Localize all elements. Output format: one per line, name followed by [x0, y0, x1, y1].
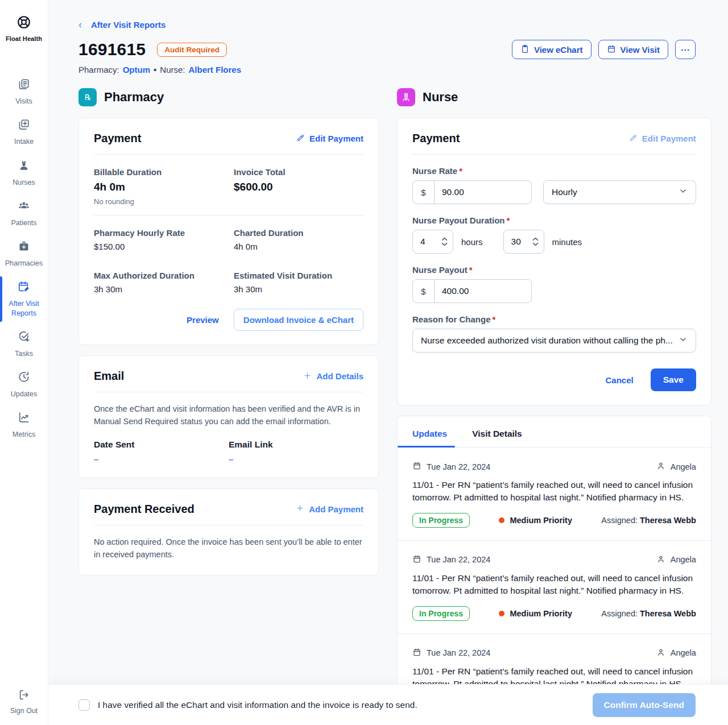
email-card: Email Add Details Once the eChart and vi…	[78, 355, 379, 478]
billable-duration-label: Billable Duration	[94, 167, 224, 177]
minutes-input[interactable]	[511, 237, 526, 247]
view-visit-button[interactable]: View Visit	[598, 40, 669, 59]
charted-duration-label: Charted Duration	[234, 228, 363, 238]
tab-visit-details[interactable]: Visit Details	[472, 429, 522, 447]
nurse-rate-input[interactable]	[435, 181, 531, 204]
date-sent-label: Date Sent	[94, 440, 229, 450]
minutes-stepper	[503, 230, 544, 254]
stepper-arrows-icon[interactable]	[532, 237, 539, 246]
person-icon	[656, 648, 665, 658]
edit-payment-label: Edit Payment	[309, 134, 363, 143]
sidebar-item-label: Intake	[14, 137, 34, 146]
verify-checkbox[interactable]	[78, 699, 90, 711]
page-title: 1691615	[78, 40, 146, 59]
pharmacy-hourly-rate-field: Pharmacy Hourly Rate $150.00	[94, 228, 224, 251]
sidebar: Float Health Visits Intake Nurses Patien…	[0, 0, 48, 725]
sidebar-item-visits[interactable]: Visits	[0, 72, 48, 112]
estimated-visit-duration-value: 3h 30m	[234, 284, 363, 294]
visits-icon	[18, 78, 30, 93]
confirm-auto-send-button[interactable]: Confirm Auto-Send	[593, 693, 696, 717]
plus-icon	[296, 504, 304, 514]
nurse-activity-card: Updates Visit Details Tue Jan 22, 2024 A…	[397, 416, 712, 725]
view-visit-label: View Visit	[621, 45, 660, 55]
clipboard-icon	[520, 44, 530, 55]
nurse-meta-label: Nurse:	[160, 65, 185, 74]
minutes-unit-label: minutes	[552, 237, 582, 247]
sign-out-button[interactable]: Sign Out	[10, 689, 38, 715]
pharmacy-payment-card: Payment Edit Payment Billable Duration 4…	[78, 118, 379, 345]
calendar-small-icon	[412, 554, 421, 565]
activity-tab-bar: Updates Visit Details	[398, 416, 711, 448]
stepper-arrows-icon[interactable]	[441, 237, 448, 246]
reason-for-change-field: Reason for Change* Nurse exceeded author…	[412, 314, 696, 353]
email-link-label: Email Link	[229, 440, 363, 450]
nurse-link[interactable]: Albert Flores	[188, 65, 241, 74]
preview-button[interactable]: Preview	[187, 315, 219, 325]
sidebar-item-patients[interactable]: Patients	[0, 193, 48, 234]
sidebar-item-metrics[interactable]: Metrics	[0, 405, 48, 445]
estimated-visit-duration-label: Estimated Visit Duration	[234, 271, 363, 280]
edit-pharmacy-payment-button[interactable]: Edit Payment	[296, 134, 363, 144]
tab-updates[interactable]: Updates	[412, 429, 447, 447]
estimated-visit-duration-field: Estimated Visit Duration 3h 30m	[234, 271, 363, 294]
charted-duration-field: Charted Duration 4h 0m	[234, 228, 363, 251]
nurse-payout-input[interactable]	[435, 280, 531, 303]
breadcrumb[interactable]: ‹ After Visit Reports	[78, 19, 696, 30]
reason-for-change-value: Nurse exceeded authorized visit duration…	[421, 335, 673, 346]
edit-payment-label: Edit Payment	[642, 134, 696, 143]
pharmacy-link[interactable]: Optum	[123, 65, 150, 74]
date-sent-value: –	[94, 454, 229, 464]
sidebar-item-pharmacies[interactable]: Pharmacies	[0, 234, 48, 274]
hours-input[interactable]	[420, 237, 435, 247]
medical-bag-icon	[18, 240, 30, 255]
download-invoice-echart-button[interactable]: Download Invoice & eChart	[234, 309, 363, 331]
add-payment-label: Add Payment	[309, 504, 363, 514]
update-date: Tue Jan 22, 2024	[427, 462, 490, 471]
sidebar-item-updates[interactable]: Updates	[0, 364, 48, 405]
required-asterisk: *	[459, 166, 462, 176]
save-button[interactable]: Save	[651, 368, 696, 391]
history-clock-icon	[18, 371, 30, 386]
date-sent-field: Date Sent –	[94, 440, 229, 464]
view-echart-label: View eChart	[534, 45, 583, 55]
billable-duration-note: No rounding	[94, 197, 224, 206]
nurse-payment-title: Payment	[412, 132, 460, 145]
add-payment-button[interactable]: Add Payment	[296, 504, 363, 514]
back-chevron-icon[interactable]: ‹	[78, 19, 82, 30]
more-actions-button[interactable]: ⋯	[675, 40, 696, 59]
edit-nurse-payment-button[interactable]: Edit Payment	[629, 134, 696, 144]
billable-duration-value: 4h 0m	[94, 181, 224, 193]
nurse-avatar-icon	[397, 88, 415, 106]
update-item: Tue Jan 22, 2024 Angela 11/01 - Per RN “…	[398, 448, 711, 540]
update-author: Angela	[671, 462, 696, 471]
cancel-button[interactable]: Cancel	[605, 375, 633, 385]
patients-group-icon	[18, 200, 30, 214]
intake-icon	[18, 118, 30, 133]
hours-stepper	[412, 230, 453, 254]
meta-separator: •	[154, 65, 156, 74]
sidebar-item-label: Updates	[11, 390, 38, 399]
rate-unit-select[interactable]: Hourly	[543, 180, 696, 204]
sidebar-item-label: Visits	[15, 97, 32, 106]
nurse-payout-input-group: $	[412, 279, 532, 303]
sidebar-item-after-visit-reports[interactable]: After Visit Reports	[0, 274, 48, 324]
pharmacy-section-header: Pharmacy	[78, 88, 379, 106]
person-icon	[656, 554, 665, 565]
assigned-value: Theresa Webb	[640, 516, 696, 525]
sidebar-item-nurses[interactable]: Nurses	[0, 153, 48, 193]
reason-for-change-select[interactable]: Nurse exceeded authorized visit duration…	[412, 329, 696, 353]
title-row: 1691615 Audit Required View eChart View …	[78, 40, 696, 59]
add-email-details-button[interactable]: Add Details	[303, 371, 363, 382]
sidebar-item-tasks[interactable]: Tasks	[0, 324, 48, 364]
email-description: Once the eChart and visit information ha…	[94, 403, 363, 428]
update-text: 11/01 - Per RN “patient’s family reached…	[412, 479, 696, 504]
payment-received-title: Payment Received	[94, 503, 195, 516]
main-content: ‹ After Visit Reports 1691615 Audit Requ…	[48, 0, 728, 725]
sidebar-item-label: Patients	[11, 218, 36, 227]
sidebar-item-intake[interactable]: Intake	[0, 112, 48, 152]
view-echart-button[interactable]: View eChart	[512, 40, 592, 59]
sidebar-item-label: After Visit Reports	[2, 299, 46, 318]
breadcrumb-label[interactable]: After Visit Reports	[91, 20, 166, 30]
priority-label: Medium Priority	[510, 609, 572, 618]
priority-dot-icon	[499, 611, 504, 616]
